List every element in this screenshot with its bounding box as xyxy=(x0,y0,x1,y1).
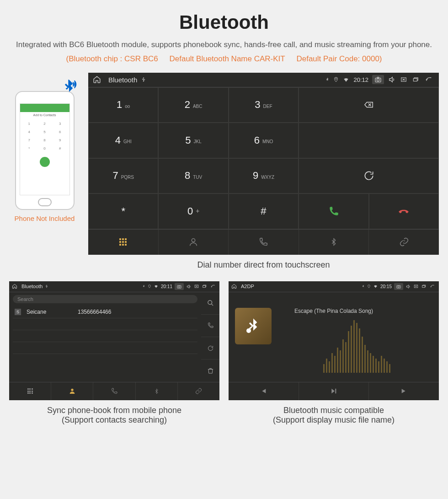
svg-point-0 xyxy=(336,79,336,80)
status-bar: A2DP 20:15 xyxy=(229,281,439,292)
music-caption: Bluetooth music compatible (Support disp… xyxy=(229,406,439,425)
clock-time: 20:12 xyxy=(353,76,368,83)
key-9[interactable]: 9WXYZ xyxy=(229,158,299,194)
recent-apps-icon[interactable] xyxy=(421,284,427,289)
volume-icon[interactable] xyxy=(388,76,396,83)
key-8[interactable]: 8TUV xyxy=(158,158,228,194)
recent-apps-icon[interactable] xyxy=(202,284,207,289)
hangup-button[interactable] xyxy=(369,193,439,229)
page-header: Bluetooth Integrated with BC6 Bluetooth … xyxy=(9,11,439,64)
page-title: Bluetooth xyxy=(9,11,439,33)
back-icon[interactable] xyxy=(209,284,217,289)
nav-link-icon[interactable] xyxy=(369,230,439,255)
screen-title: Bluetooth xyxy=(108,76,137,84)
nav-bar xyxy=(9,382,219,400)
bluetooth-status-icon xyxy=(362,284,365,289)
svg-point-5 xyxy=(192,239,195,242)
wifi-icon xyxy=(154,284,159,289)
key-4[interactable]: 4GHI xyxy=(88,123,158,158)
screen-title: A2DP xyxy=(241,284,254,289)
key-6[interactable]: 6MNO xyxy=(229,123,299,158)
contacts-screen: Bluetooth 20:11 Search S Seicane xyxy=(9,281,219,400)
nav-keypad-icon[interactable] xyxy=(88,230,159,255)
clock-time: 20:11 xyxy=(161,284,172,289)
screen-title: Bluetooth xyxy=(21,284,43,289)
phone-mockup: Add to Contacts 123 456 789 *0# xyxy=(15,91,75,210)
nav-keypad-icon[interactable] xyxy=(9,382,51,400)
page-description: Integrated with BC6 Bluetooth module, su… xyxy=(9,39,439,51)
call-button[interactable] xyxy=(299,193,368,229)
nav-bluetooth-icon[interactable] xyxy=(136,382,178,400)
phone-caption: Phone Not Included xyxy=(9,215,80,222)
search-input[interactable]: Search xyxy=(13,295,197,303)
side-call-icon[interactable] xyxy=(201,315,219,337)
side-delete-icon[interactable] xyxy=(201,359,219,381)
key-7[interactable]: 7PQRS xyxy=(88,158,158,194)
nav-history-icon[interactable] xyxy=(229,230,299,255)
nav-bar xyxy=(88,229,439,255)
location-icon xyxy=(367,284,371,289)
camera-icon[interactable] xyxy=(175,283,184,290)
recent-apps-icon[interactable] xyxy=(411,76,420,83)
phone-mockup-column: Add to Contacts 123 456 789 *0# Phone No… xyxy=(9,73,80,270)
key-hash[interactable]: # xyxy=(229,193,299,229)
contact-name: Seicane xyxy=(27,309,72,315)
camera-icon[interactable] xyxy=(394,283,403,290)
playback-bar xyxy=(229,382,439,400)
back-icon[interactable] xyxy=(423,76,434,83)
usb-icon xyxy=(141,76,146,83)
key-3[interactable]: 3DEF xyxy=(229,87,299,123)
side-search-icon[interactable] xyxy=(201,292,219,315)
next-track-icon[interactable] xyxy=(369,382,439,400)
redial-button[interactable] xyxy=(299,158,439,194)
spec-name: Default Bluetooth Name CAR-KIT xyxy=(169,54,285,63)
blank-key xyxy=(299,123,439,158)
prev-track-icon[interactable] xyxy=(229,382,299,400)
home-icon[interactable] xyxy=(93,75,101,84)
keypad: 1oo 2ABC 3DEF 4GHI 5JKL 6MNO 7PQRS 8TUV … xyxy=(88,87,439,229)
bluetooth-status-icon xyxy=(142,284,145,289)
status-bar: Bluetooth 20:11 xyxy=(9,281,219,292)
contact-number: 13566664466 xyxy=(78,309,111,315)
phone-add-contacts: Add to Contacts xyxy=(20,112,69,118)
key-2[interactable]: 2ABC xyxy=(158,87,228,123)
nav-history-icon[interactable] xyxy=(93,382,135,400)
close-icon[interactable] xyxy=(194,284,199,289)
nav-bluetooth-icon[interactable] xyxy=(299,230,369,255)
home-icon[interactable] xyxy=(12,284,17,289)
nav-contacts-icon[interactable] xyxy=(159,230,229,255)
location-icon xyxy=(333,76,339,83)
svg-point-2 xyxy=(377,79,379,81)
key-0[interactable]: 0+ xyxy=(158,193,228,229)
backspace-button[interactable] xyxy=(299,87,439,123)
key-1[interactable]: 1oo xyxy=(88,87,158,123)
side-sync-icon[interactable] xyxy=(201,337,219,359)
usb-icon xyxy=(45,284,48,289)
svg-rect-15 xyxy=(422,285,425,287)
volume-icon[interactable] xyxy=(405,284,411,289)
music-screen: A2DP 20:15 Escape (The Pina Colada Song) xyxy=(229,281,439,400)
phone-call-icon xyxy=(40,157,50,167)
contact-row-empty xyxy=(13,318,197,330)
key-5[interactable]: 5JKL xyxy=(158,123,228,158)
key-star[interactable]: * xyxy=(88,193,158,229)
close-icon[interactable] xyxy=(400,76,408,83)
contacts-caption: Sync phone-book from mobile phone (Suppo… xyxy=(9,406,219,425)
volume-icon[interactable] xyxy=(186,284,192,289)
bluetooth-specs: (Bluetooth chip : CSR BC6 Default Blueto… xyxy=(9,54,439,64)
svg-point-7 xyxy=(178,286,180,288)
camera-icon[interactable] xyxy=(372,75,384,84)
play-pause-icon[interactable] xyxy=(299,382,369,400)
bluetooth-signal-icon xyxy=(60,78,78,97)
home-icon[interactable] xyxy=(231,284,237,289)
visualizer xyxy=(283,317,430,373)
contact-row-empty xyxy=(13,354,197,366)
status-bar: Bluetooth 20:12 xyxy=(88,73,439,87)
close-icon[interactable] xyxy=(413,284,419,289)
contact-row[interactable]: S Seicane 13566664466 xyxy=(13,306,197,318)
nav-contacts-icon[interactable] xyxy=(51,382,93,400)
nav-link-icon[interactable] xyxy=(178,382,219,400)
wifi-icon xyxy=(373,284,378,289)
back-icon[interactable] xyxy=(429,284,436,289)
location-icon xyxy=(148,284,151,289)
